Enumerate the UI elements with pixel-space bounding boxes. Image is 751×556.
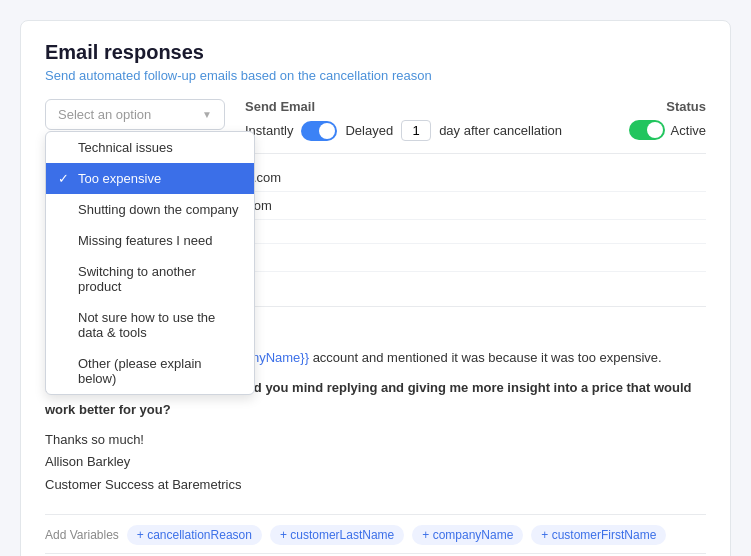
select-trigger[interactable]: Select an option ▼ [45,99,225,130]
add-variables-row: Add Variables + cancellationReason + cus… [45,514,706,553]
add-variables-label: Add Variables [45,528,119,542]
footer-row: Send test Save changes [45,553,706,556]
send-email-label: Send Email [245,99,609,114]
main-container: Email responses Send automated follow-up… [20,20,731,556]
top-controls-row: Select an option ▼ Technical issues ✓ To… [45,99,706,141]
check-icon [58,318,72,333]
status-value: Active [671,123,706,138]
status-controls: Active [629,120,706,140]
page-subtitle: Send automated follow-up emails based on… [45,68,706,83]
delayed-label: Delayed [345,123,393,138]
check-icon-selected: ✓ [58,171,72,186]
check-icon [58,364,72,379]
status-toggle-knob [647,122,663,138]
dropdown-item-technical[interactable]: Technical issues [46,132,254,163]
chevron-down-icon: ▼ [202,109,212,120]
status-section: Status Active [629,99,706,140]
check-icon [58,140,72,155]
instant-delayed-toggle[interactable] [301,121,337,141]
dropdown-item-expensive[interactable]: ✓ Too expensive [46,163,254,194]
variable-tag-firstname[interactable]: + customerFirstName [531,525,666,545]
variable-tag-lastname[interactable]: + customerLastName [270,525,404,545]
toggle-knob [319,123,335,139]
dropdown-item-missing[interactable]: Missing features I need [46,225,254,256]
check-icon [58,202,72,217]
dropdown-item-shutting[interactable]: Shutting down the company [46,194,254,225]
dropdown-item-switching[interactable]: Switching to another product [46,256,254,302]
page-title: Email responses [45,41,706,64]
check-icon [58,272,72,287]
select-placeholder: Select an option [58,107,151,122]
after-cancellation-label: day after cancellation [439,123,562,138]
variable-tag-cancellation[interactable]: + cancellationReason [127,525,262,545]
send-email-section: Send Email Instantly Delayed 1 day after… [245,99,609,141]
day-input[interactable]: 1 [401,120,431,141]
send-email-controls: Instantly Delayed 1 day after cancellati… [245,120,609,141]
dropdown-item-other[interactable]: Other (please explain below) [46,348,254,394]
status-label: Status [666,99,706,114]
variable-tag-company[interactable]: + companyName [412,525,523,545]
status-toggle[interactable] [629,120,665,140]
cancellation-reason-select[interactable]: Select an option ▼ Technical issues ✓ To… [45,99,225,130]
dropdown-item-notsure[interactable]: Not sure how to use the data & tools [46,302,254,348]
page-header: Email responses Send automated follow-up… [45,41,706,83]
dropdown-menu: Technical issues ✓ Too expensive Shuttin… [45,131,255,395]
check-icon [58,233,72,248]
